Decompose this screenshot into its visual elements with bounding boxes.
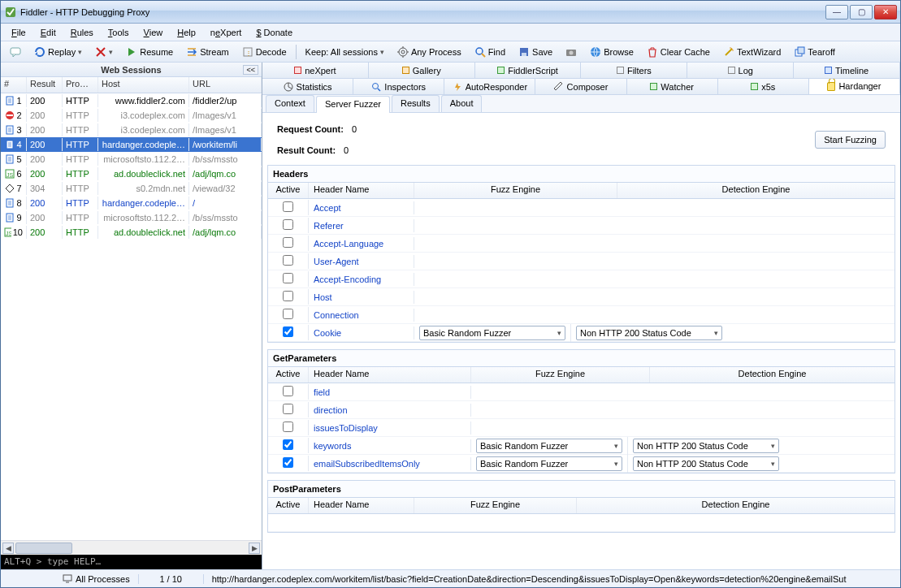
comment-button[interactable] (4, 45, 27, 59)
active-checkbox[interactable] (283, 309, 293, 319)
subtab-context[interactable]: Context (266, 95, 314, 112)
subtab-server-fuzzer[interactable]: Server Fuzzer (316, 96, 390, 113)
menu-view[interactable]: View (138, 26, 169, 39)
postparams-col-active[interactable]: Active (268, 498, 309, 513)
getparams-col-detect[interactable]: Detection Engine (650, 367, 895, 383)
tab-composer[interactable]: Composer (535, 79, 626, 94)
close-button[interactable]: ✕ (874, 5, 897, 19)
active-checkbox[interactable] (283, 404, 293, 414)
processes-filter[interactable]: All Processes (63, 574, 139, 584)
table-row[interactable]: direction (268, 401, 895, 419)
col-protocol[interactable]: Pro… (63, 77, 98, 93)
tab-statistics[interactable]: Statistics (262, 79, 353, 94)
textwizard-button[interactable]: TextWizard (717, 45, 786, 59)
scroll-thumb[interactable] (15, 543, 72, 554)
subtab-results[interactable]: Results (392, 95, 440, 112)
session-row[interactable]: 9200HTTPmicrosoftsto.112.2…/b/ss/mssto (1, 210, 262, 225)
tab-filters[interactable]: Filters (581, 63, 687, 78)
detection-engine-dropdown[interactable]: Non HTTP 200 Status Code (633, 456, 779, 471)
active-checkbox[interactable] (283, 201, 293, 212)
table-row[interactable]: User-Agent (268, 253, 895, 270)
clear-cache-button[interactable]: Clear Cache (641, 45, 716, 59)
tab-log[interactable]: Log (687, 63, 794, 78)
table-row[interactable]: Host (268, 288, 895, 306)
screenshot-button[interactable] (560, 45, 583, 59)
menu-nexpert[interactable]: neXpert (205, 26, 248, 39)
table-row[interactable]: Referer (268, 217, 895, 235)
detection-engine-dropdown[interactable]: Non HTTP 200 Status Code (576, 326, 722, 340)
sessions-hscroll[interactable]: ◀ ▶ (1, 540, 262, 555)
find-button[interactable]: Find (469, 45, 511, 59)
active-cell[interactable] (268, 384, 309, 400)
active-checkbox[interactable] (283, 386, 293, 396)
active-checkbox[interactable] (283, 291, 293, 301)
headers-col-name[interactable]: Header Name (309, 183, 414, 198)
session-row[interactable]: 4200HTTPhardanger.codeple…/workitem/li (1, 137, 262, 152)
table-row[interactable]: Connection (268, 306, 895, 324)
active-checkbox[interactable] (283, 255, 293, 266)
getparams-col-name[interactable]: Header Name (309, 367, 471, 383)
menu-rules[interactable]: Rules (65, 26, 99, 39)
browse-button[interactable]: Browse (584, 45, 639, 59)
fuzz-engine-cell[interactable]: Basic Random Fuzzer (471, 455, 628, 473)
detection-engine-dropdown[interactable]: Non HTTP 200 Status Code (633, 439, 779, 453)
active-cell[interactable] (268, 253, 309, 269)
menu-file[interactable]: File (6, 26, 32, 39)
session-row[interactable]: 7304HTTPs0.2mdn.net/viewad/32 (1, 181, 262, 196)
table-row[interactable]: CookieBasic Random FuzzerNon HTTP 200 St… (268, 324, 895, 342)
active-cell[interactable] (268, 200, 309, 215)
active-cell[interactable] (268, 420, 309, 435)
table-row[interactable]: keywordsBasic Random FuzzerNon HTTP 200 … (268, 437, 895, 455)
active-cell[interactable] (268, 438, 309, 453)
scroll-right-icon[interactable]: ▶ (249, 543, 260, 554)
headers-col-detect[interactable]: Detection Engine (617, 183, 895, 198)
quickexec-bar[interactable]: ALT+Q > type HELP… (1, 555, 262, 569)
menu-tools[interactable]: Tools (102, 26, 135, 39)
active-cell[interactable] (268, 236, 309, 251)
minimize-button[interactable]: — (825, 5, 848, 19)
menu-edit[interactable]: Edit (35, 26, 62, 39)
fuzz-engine-dropdown[interactable]: Basic Random Fuzzer (419, 326, 565, 340)
active-checkbox[interactable] (283, 457, 293, 468)
active-checkbox[interactable] (283, 326, 293, 337)
active-checkbox[interactable] (283, 422, 293, 432)
stream-button[interactable]: Stream (180, 45, 234, 59)
menu-donate[interactable]: $ Donate (250, 26, 298, 39)
col-result[interactable]: Result (27, 77, 63, 93)
resume-button[interactable]: Resume (120, 45, 179, 59)
fuzz-engine-dropdown[interactable]: Basic Random Fuzzer (476, 439, 622, 453)
postparams-col-detect[interactable]: Detection Engine (577, 498, 895, 513)
any-process-button[interactable]: Any Process (392, 45, 467, 59)
decode-button[interactable]: ⋮⋮Decode (236, 45, 292, 59)
active-checkbox[interactable] (283, 439, 293, 450)
tab-gallery[interactable]: Gallery (369, 63, 475, 78)
fuzz-engine-dropdown[interactable]: Basic Random Fuzzer (476, 456, 622, 471)
table-row[interactable]: Accept-Encoding (268, 270, 895, 288)
postparams-col-name[interactable]: Header Name (309, 498, 414, 513)
detection-engine-cell[interactable]: Non HTTP 200 Status Code (628, 455, 784, 473)
getparams-col-fuzz[interactable]: Fuzz Engine (471, 367, 650, 383)
headers-col-fuzz[interactable]: Fuzz Engine (414, 183, 617, 198)
active-cell[interactable] (268, 456, 309, 471)
table-row[interactable]: Accept-Language (268, 235, 895, 253)
active-cell[interactable] (268, 289, 309, 305)
postparams-col-fuzz[interactable]: Fuzz Engine (414, 498, 577, 513)
active-cell[interactable] (268, 402, 309, 417)
active-cell[interactable] (268, 271, 309, 287)
session-row[interactable]: JS10200HTTPad.doubleclick.net/adj/lqm.co (1, 225, 262, 240)
session-row[interactable]: 5200HTTPmicrosoftsto.112.2…/b/ss/mssto (1, 152, 262, 166)
maximize-button[interactable]: ▢ (850, 5, 873, 19)
sessions-body[interactable]: 1200HTTPwww.fiddler2.com/fiddler2/up2200… (1, 93, 262, 540)
menu-help[interactable]: Help (171, 26, 201, 39)
col-index[interactable]: # (1, 77, 27, 93)
tab-watcher[interactable]: Watcher (627, 79, 718, 94)
table-row[interactable]: issuesToDisplay (268, 419, 895, 437)
tab-fiddlerscript[interactable]: FiddlerScript (475, 63, 582, 78)
getparams-col-active[interactable]: Active (268, 367, 309, 383)
tab-nexpert[interactable]: neXpert (262, 63, 369, 78)
tab-autoresponder[interactable]: AutoResponder (444, 79, 535, 94)
keep-sessions-dropdown[interactable]: Keep: All sessions (300, 45, 390, 58)
detection-engine-cell[interactable]: Non HTTP 200 Status Code (571, 324, 727, 342)
tab-hardanger[interactable]: Hardanger (809, 79, 900, 94)
tab-timeline[interactable]: Timeline (794, 63, 900, 78)
